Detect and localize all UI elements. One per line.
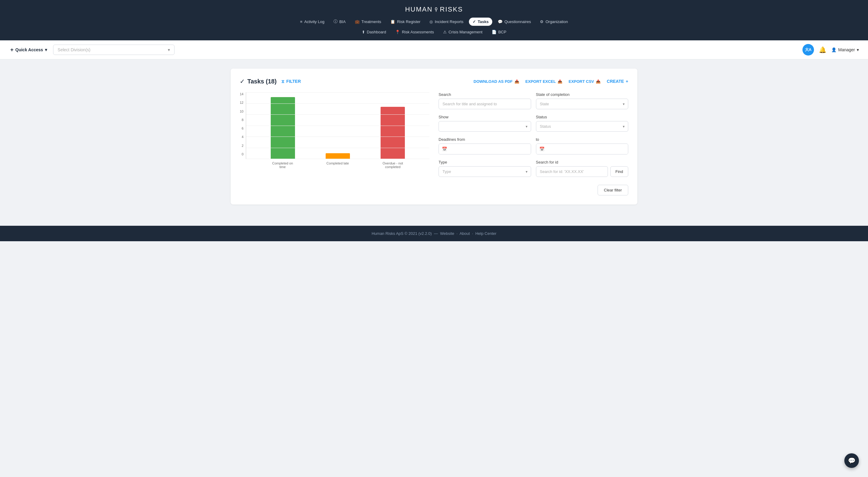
risk-assessments-icon: 📍 [395, 30, 400, 34]
filter-actions: Clear filter [439, 182, 628, 195]
filter-row-search-state: Search State of completion State [439, 92, 628, 109]
toolbar-right: 大A 🔔 👤 Manager ▾ [802, 44, 859, 56]
nav-item-organization[interactable]: ⚙ Organization [536, 18, 571, 26]
nav-item-tasks[interactable]: ✓ Tasks [469, 18, 492, 26]
chevron-down-icon: ▾ [45, 47, 47, 52]
nav-item-bia[interactable]: ⓘ BIA [330, 17, 349, 26]
deadlines-from-input[interactable] [450, 144, 531, 154]
filter-group-type: Type Type [439, 160, 531, 177]
state-select[interactable]: State [536, 99, 628, 109]
filter-panel: Search State of completion State [439, 92, 628, 195]
organization-icon: ⚙ [540, 20, 544, 24]
type-label: Type [439, 160, 531, 164]
plus-icon: + [10, 47, 14, 53]
deadlines-from-label: Deadlines from [439, 137, 531, 142]
calendar-to-icon[interactable]: 📅 [536, 144, 548, 154]
deadlines-to-label: to [536, 137, 628, 142]
nav-item-risk-assessments[interactable]: 📍 Risk Assessments [392, 28, 437, 36]
incident-reports-icon: ◎ [429, 20, 433, 24]
content-grid: 14 12 10 8 6 4 2 0 [240, 92, 628, 195]
export-excel-button[interactable]: EXPORT EXCEL 📤 [525, 79, 562, 84]
nav-item-incident-reports[interactable]: ◎ Incident Reports [426, 18, 467, 26]
filter-icon: ⧖ [281, 79, 284, 84]
top-navigation: HUMANRISKS ≡ Activity Log ⓘ BIA 💼 Treatm… [0, 0, 868, 40]
filter-group-search-id: Search for id Find [536, 160, 628, 177]
avatar[interactable]: 大A [802, 44, 814, 56]
user-menu-button[interactable]: 👤 Manager ▾ [831, 47, 859, 52]
bar-overdue-rect [380, 107, 405, 159]
help-link[interactable]: Help Center [475, 231, 496, 236]
status-select[interactable]: Status [536, 121, 628, 132]
show-select-wrapper [439, 121, 531, 132]
bia-icon: ⓘ [334, 19, 338, 24]
export-csv-icon: 📤 [596, 79, 600, 84]
filter-row-deadlines: Deadlines from 📅 to 📅 [439, 137, 628, 154]
search-id-label: Search for id [536, 160, 628, 164]
nav-row-1: ≡ Activity Log ⓘ BIA 💼 Treatments 📋 Risk… [0, 13, 868, 26]
treatments-icon: 💼 [355, 20, 360, 24]
nav-item-dashboard[interactable]: ⬆ Dashboard [358, 28, 390, 36]
status-select-wrapper: Status [536, 121, 628, 132]
calendar-from-icon[interactable]: 📅 [439, 144, 450, 154]
bars-container [246, 92, 429, 159]
notification-button[interactable]: 🔔 [819, 46, 827, 54]
filter-group-deadlines-to: to 📅 [536, 137, 628, 154]
risk-register-icon: 📋 [390, 20, 395, 24]
search-input[interactable] [439, 99, 531, 109]
search-label: Search [439, 92, 531, 97]
clear-filter-button[interactable]: Clear filter [597, 185, 628, 195]
website-link[interactable]: Website [440, 231, 454, 236]
nav-item-risk-register[interactable]: 📋 Risk Register [386, 18, 424, 26]
show-select[interactable] [439, 121, 531, 132]
nav-item-treatments[interactable]: 💼 Treatments [351, 18, 385, 26]
filter-button[interactable]: ⧖ FILTER [281, 79, 301, 84]
card-header: ✓ Tasks (18) ⧖ FILTER DOWNLOAD AS PDF 📤 … [240, 78, 628, 85]
division-chevron-icon: ▾ [168, 47, 170, 52]
x-axis-labels: Completed on time Completed late Overdue… [246, 159, 429, 169]
filter-row-type-id: Type Type Search for id Find [439, 160, 628, 177]
quick-access-button[interactable]: + Quick Access ▾ [9, 45, 48, 55]
footer: Human Risks ApS © 2021 (v2.2.0) — Websit… [0, 226, 868, 241]
create-button[interactable]: CREATE + [607, 79, 628, 84]
export-excel-icon: 📤 [558, 79, 562, 84]
deadlines-from-input-wrapper: 📅 [439, 144, 531, 154]
download-pdf-button[interactable]: DOWNLOAD AS PDF 📤 [473, 79, 519, 84]
nav-item-questionnaires[interactable]: 💬 Questionnaires [494, 18, 534, 26]
chat-icon: 💬 [848, 457, 856, 464]
export-csv-button[interactable]: EXPORT CSV 📤 [568, 79, 600, 84]
user-chevron-icon: ▾ [857, 47, 859, 52]
filter-group-search: Search [439, 92, 531, 109]
crisis-management-icon: ⚠ [443, 30, 447, 34]
questionnaires-icon: 💬 [498, 20, 503, 24]
type-select[interactable]: Type [439, 166, 531, 177]
bar-completed-late [326, 92, 350, 159]
about-link[interactable]: About [460, 231, 470, 236]
deadlines-to-input[interactable] [548, 144, 628, 154]
nav-item-crisis-management[interactable]: ⚠ Crisis Management [439, 28, 486, 36]
nav-item-activity-log[interactable]: ≡ Activity Log [297, 18, 328, 26]
nav-item-bcp[interactable]: 📄 BCP [488, 28, 510, 36]
bars-inner [246, 92, 429, 159]
logo-area: HUMANRISKS [0, 0, 868, 13]
chart-area: 14 12 10 8 6 4 2 0 [240, 92, 429, 195]
search-id-row: Find [536, 166, 628, 177]
bar-overdue [380, 92, 405, 159]
division-select[interactable]: Select Division(s) ▾ [53, 44, 175, 55]
title-area: ✓ Tasks (18) ⧖ FILTER [240, 78, 301, 85]
filter-group-deadlines-from: Deadlines from 📅 [439, 137, 531, 154]
bar-completed-late-rect [326, 153, 350, 159]
activity-log-icon: ≡ [300, 20, 303, 24]
filter-row-show-status: Show Status Status [439, 115, 628, 132]
chat-button[interactable]: 💬 [844, 453, 859, 468]
show-label: Show [439, 115, 531, 119]
create-plus-icon: + [626, 79, 628, 84]
search-id-input[interactable] [536, 166, 608, 177]
tasks-icon: ✓ [472, 20, 476, 24]
toolbar: + Quick Access ▾ Select Division(s) ▾ 大A… [0, 40, 868, 60]
tasks-check-icon: ✓ [240, 78, 245, 85]
state-label: State of completion [536, 92, 628, 97]
deadlines-to-input-wrapper: 📅 [536, 144, 628, 154]
bar-completed-on-time-rect [271, 97, 295, 159]
filter-group-state: State of completion State [536, 92, 628, 109]
find-button[interactable]: Find [610, 166, 628, 177]
